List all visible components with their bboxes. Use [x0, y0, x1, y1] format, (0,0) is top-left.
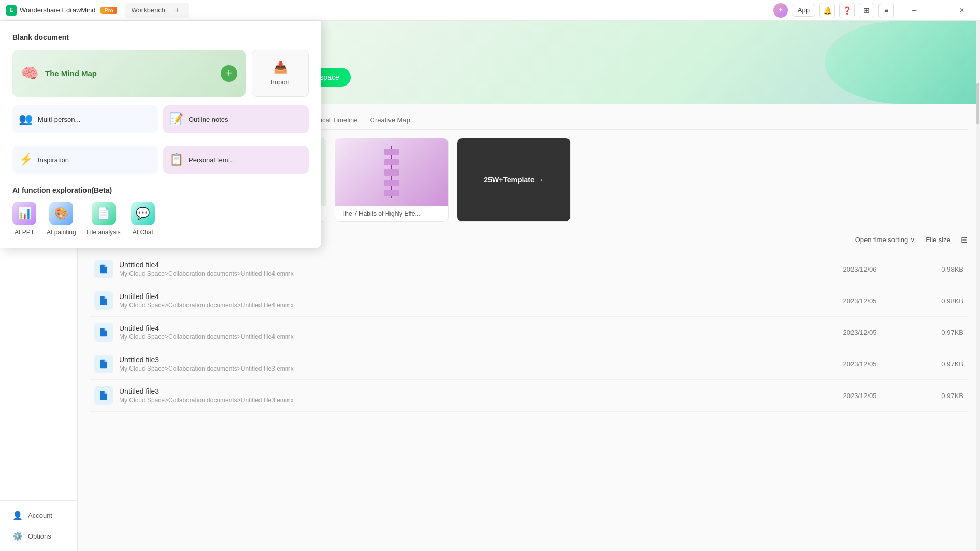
personal-tem-icon: 📋 [169, 153, 183, 166]
app-name: Wondershare EdrawMind [20, 6, 95, 14]
doc-file-icon [94, 323, 113, 342]
table-row[interactable]: Untitled file4 My Cloud Space>Collaborat… [90, 253, 968, 285]
sidebar-bottom: 👤 Account ⚙️ Options [0, 500, 77, 547]
pro-badge: Pro [100, 7, 117, 14]
ai-ppt-icon: 📊 [12, 202, 36, 225]
notification-button[interactable]: 🔔 [819, 3, 835, 18]
scrollbar[interactable] [976, 21, 980, 551]
sidebar-item-label-account: Account [28, 512, 52, 519]
svg-rect-20 [384, 159, 399, 165]
doc-path: My Cloud Space>Collaboration documents>U… [119, 397, 818, 404]
options-icon: ⚙️ [12, 531, 23, 541]
create-dropdown-panel: Blank document 🧠 The Mind Map + 📥 Import… [0, 21, 321, 248]
window-controls: ─ □ ✕ [902, 3, 974, 18]
doc-info: Untitled file4 My Cloud Space>Collaborat… [119, 324, 818, 341]
new-tab-button[interactable]: + [171, 5, 183, 16]
table-row[interactable]: Untitled file3 My Cloud Space>Collaborat… [90, 380, 968, 412]
mind-map-card-label: The Mind Map [45, 69, 97, 78]
tab-label: Workbench [132, 6, 166, 14]
doc-size: 0.98KB [901, 297, 963, 305]
doc-name: Untitled file4 [119, 292, 818, 301]
ai-painting-icon: 🎨 [49, 202, 73, 225]
ai-painting-item[interactable]: 🎨 AI painting [47, 202, 76, 236]
ai-chat-label: AI Chat [133, 229, 153, 236]
sort-button[interactable]: Open time sorting ∨ [855, 236, 916, 244]
tab-creative-map[interactable]: Creative Map [370, 112, 410, 129]
doc-path: My Cloud Space>Collaboration documents>U… [119, 365, 818, 372]
sidebar-item-account[interactable]: 👤 Account [4, 505, 73, 526]
scrollbar-thumb[interactable] [976, 83, 979, 124]
template-card-3-img [335, 138, 448, 206]
ai-ppt-label: AI PPT [15, 229, 34, 236]
svg-rect-21 [384, 169, 399, 176]
doc-name: Untitled file3 [119, 356, 818, 364]
svg-rect-23 [384, 190, 399, 196]
view-toggle-button[interactable]: ⊟ [961, 235, 968, 245]
main-tab[interactable]: Workbench + [125, 3, 190, 18]
doc-file-icon [94, 355, 113, 373]
outline-notes-label: Outline notes [189, 116, 228, 123]
ai-chat-icon: 💬 [131, 202, 155, 225]
doc-size: 0.97KB [901, 392, 963, 400]
doc-path: My Cloud Space>Collaboration documents>U… [119, 333, 818, 341]
doc-types-row2: ⚡ Inspiration 📋 Personal tem... [12, 146, 309, 174]
template-card-3[interactable]: The 7 Habits of Highly Effe... [335, 138, 449, 222]
app-logo: E Wondershare EdrawMind Pro [6, 5, 117, 16]
minimize-button[interactable]: ─ [902, 3, 926, 18]
doc-file-icon [94, 291, 113, 310]
recent-sort: Open time sorting ∨ File size ⊟ [855, 235, 968, 245]
inspiration-card[interactable]: ⚡ Inspiration [12, 146, 158, 174]
sort-label: Open time sorting [855, 236, 909, 244]
multiperson-card[interactable]: 👥 Multi-person... [12, 105, 158, 133]
import-card[interactable]: 📥 Import [252, 50, 309, 97]
mind-map-card[interactable]: 🧠 The Mind Map + [12, 50, 246, 97]
doc-date: 2023/12/05 [818, 297, 901, 305]
close-button[interactable]: ✕ [950, 3, 974, 18]
doc-info: Untitled file4 My Cloud Space>Collaborat… [119, 292, 818, 309]
doc-types-row: 👥 Multi-person... 📝 Outline notes [12, 105, 309, 133]
file-analysis-item[interactable]: 📄 File analysis [87, 202, 121, 236]
inspiration-card-icon: ⚡ [19, 153, 33, 166]
table-row[interactable]: Untitled file4 My Cloud Space>Collaborat… [90, 285, 968, 317]
table-row[interactable]: Untitled file3 My Cloud Space>Collaborat… [90, 348, 968, 380]
doc-date: 2023/12/06 [818, 265, 901, 273]
doc-size: 0.98KB [901, 265, 963, 273]
blank-docs-row: 🧠 The Mind Map + 📥 Import [12, 50, 309, 97]
template-more-label: 25W+Template → [484, 176, 543, 184]
multiperson-label: Multi-person... [38, 116, 80, 123]
grid-button[interactable]: ⊞ [859, 3, 874, 18]
ai-ppt-item[interactable]: 📊 AI PPT [12, 202, 36, 236]
titlebar: E Wondershare EdrawMind Pro Workbench + … [0, 0, 980, 21]
doc-info: Untitled file4 My Cloud Space>Collaborat… [119, 261, 818, 277]
ai-functions-row: 📊 AI PPT 🎨 AI painting 📄 File analysis 💬… [12, 202, 309, 236]
doc-file-icon [94, 386, 113, 405]
restore-button[interactable]: □ [926, 3, 950, 18]
outline-notes-card[interactable]: 📝 Outline notes [163, 105, 309, 133]
mind-map-plus-btn[interactable]: + [221, 65, 237, 82]
svg-rect-22 [384, 180, 399, 186]
doc-date: 2023/12/05 [818, 329, 901, 336]
app-button[interactable]: App [792, 4, 815, 17]
svg-rect-19 [384, 149, 399, 155]
ai-chat-item[interactable]: 💬 AI Chat [131, 202, 155, 236]
personal-tem-card[interactable]: 📋 Personal tem... [163, 146, 309, 174]
help-button[interactable]: ❓ [839, 3, 855, 18]
app-body: + Create 🏠 Workbench 📁 Local Files ☁️ Cl… [0, 21, 980, 551]
template-card-3-svg [376, 144, 407, 201]
documents-list: Untitled file4 My Cloud Space>Collaborat… [90, 253, 968, 412]
account-icon: 👤 [12, 511, 23, 520]
recent-section: Recent Documents Open time sorting ∨ Fil… [78, 230, 980, 424]
doc-size: 0.97KB [901, 329, 963, 336]
inspiration-card-label: Inspiration [38, 156, 69, 164]
sidebar-item-options[interactable]: ⚙️ Options [4, 526, 73, 546]
outline-notes-icon: 📝 [169, 112, 183, 126]
user-menu-button[interactable]: ≡ [878, 3, 894, 18]
file-analysis-icon: 📄 [92, 202, 116, 225]
doc-date: 2023/12/05 [818, 360, 901, 368]
ai-painting-label: AI painting [47, 229, 76, 236]
avatar[interactable]: ✦ [773, 3, 788, 18]
table-row[interactable]: Untitled file4 My Cloud Space>Collaborat… [90, 317, 968, 348]
doc-path: My Cloud Space>Collaboration documents>U… [119, 270, 818, 277]
sidebar-item-label-options: Options [28, 532, 51, 540]
template-more-card[interactable]: 25W+Template → [457, 138, 571, 222]
